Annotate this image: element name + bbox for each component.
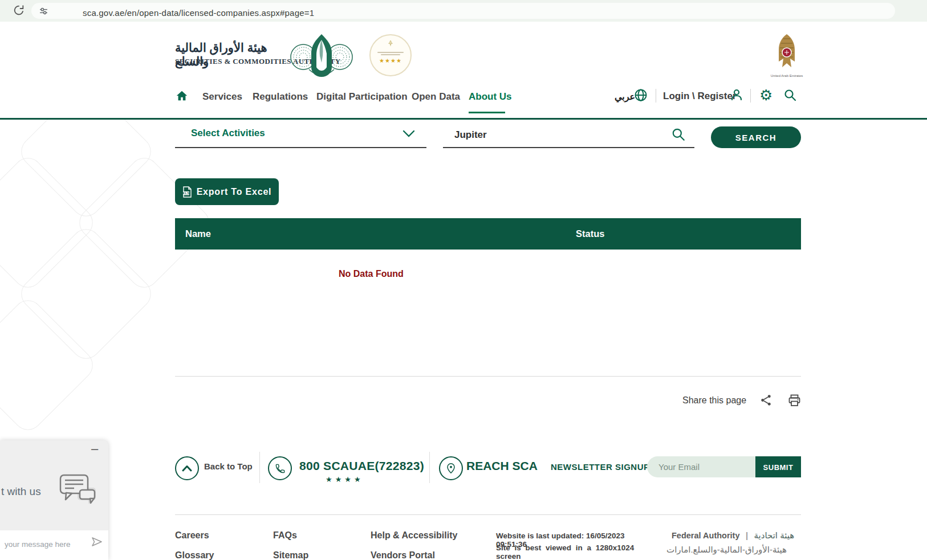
award-stars: ★★★★ <box>371 58 410 64</box>
content-divider <box>175 376 801 377</box>
no-data-message: No Data Found <box>339 269 404 279</box>
newsletter-signup-label: NEWSLETTER SIGNUP <box>551 462 650 472</box>
search-icon[interactable] <box>783 88 797 102</box>
divider <box>429 452 430 483</box>
divider <box>750 89 751 103</box>
chat-message-input[interactable] <box>3 536 90 552</box>
nav-item-regulations[interactable]: Regulations <box>253 91 308 103</box>
column-header-status: Status <box>576 228 604 239</box>
send-icon[interactable] <box>91 537 103 547</box>
award-text-line <box>381 54 400 55</box>
chevron-down-icon[interactable] <box>402 129 416 138</box>
phone-icon <box>275 463 286 474</box>
phone-number[interactable]: 800 SCAUAE(722823) <box>299 459 424 473</box>
footer-divider <box>175 514 801 515</box>
search-button[interactable]: SEARCH <box>711 126 801 148</box>
footer-link-sitemap[interactable]: Sitemap <box>273 550 308 560</box>
nav-item-about-us[interactable]: About Us <box>469 91 512 103</box>
company-search-input[interactable] <box>453 126 661 144</box>
magnifier-icon[interactable] <box>671 127 686 142</box>
language-toggle[interactable]: عربي <box>615 91 635 102</box>
footer-link-faqs[interactable]: FAQs <box>273 530 297 541</box>
phone-stars: ★★★★ <box>326 475 364 484</box>
svg-text:XLS: XLS <box>182 191 190 195</box>
chat-title: t with us <box>1 485 41 498</box>
uae-emblem-caption: United Arab Emirates <box>769 74 805 77</box>
print-icon[interactable] <box>787 394 802 407</box>
federal-authority-en: Federal Authority <box>672 531 740 540</box>
chevron-up-icon <box>182 465 192 472</box>
back-to-top-label[interactable]: Back to Top <box>204 461 253 471</box>
award-badge: ★★★★ <box>369 34 412 76</box>
browser-address-bar: sca.gov.ae/en/open-data/licensed-compani… <box>0 0 927 22</box>
login-register-link[interactable]: Login \ Register <box>663 91 736 102</box>
results-table-header: Name Status <box>175 218 801 250</box>
newsletter-submit-button[interactable]: SUBMIT <box>755 456 801 477</box>
home-icon[interactable] <box>176 89 188 102</box>
location-icon-circle <box>439 456 463 480</box>
export-to-excel-button[interactable]: XLS Export To Excel <box>175 178 279 205</box>
reload-icon[interactable] <box>13 4 25 17</box>
nav-item-services[interactable]: Services <box>202 91 242 103</box>
dropdown-underline <box>175 147 426 148</box>
sca-falcon-emblem <box>288 33 355 81</box>
award-leaf-icon <box>387 40 395 48</box>
active-nav-underline <box>469 112 505 113</box>
map-pin-icon <box>446 463 456 474</box>
divider <box>656 89 656 103</box>
reach-sca-link[interactable]: REACH SCA <box>466 459 538 473</box>
search-input-underline <box>443 147 694 148</box>
globe-icon[interactable] <box>634 88 648 102</box>
omnibox[interactable]: sca.gov.ae/en/open-data/licensed-compani… <box>31 3 895 19</box>
site-header: هيئة الأوراق المالية والسلع SECURITIES &… <box>0 22 927 120</box>
page: sca.gov.ae/en/open-data/licensed-compani… <box>0 0 927 560</box>
chat-bubbles-icon <box>58 473 99 507</box>
footer-link-careers[interactable]: Careers <box>175 530 209 541</box>
federal-authority-ar: هيئة اتحادية <box>754 530 794 540</box>
back-to-top-button[interactable] <box>175 456 199 480</box>
federal-authority-separator: | <box>746 531 748 540</box>
share-icon[interactable] <box>759 394 773 407</box>
nav-item-digital-participation[interactable]: Digital Participation <box>316 91 408 103</box>
federal-authority-line: Federal Authority | هيئة اتحادية <box>672 530 792 541</box>
chat-minimize-button[interactable]: – <box>91 443 98 455</box>
footer-link-glossary[interactable]: Glossary <box>175 550 214 560</box>
column-header-name: Name <box>185 228 211 239</box>
xls-file-icon: XLS <box>182 186 192 198</box>
footer-link-vendors-portal[interactable]: Vendors Portal <box>371 550 435 560</box>
footer-link-help-accessibility[interactable]: Help & Accessibility <box>371 530 457 541</box>
best-viewed-text: Site is best viewed in a 1280x1024 scree… <box>496 543 643 560</box>
export-label: Export To Excel <box>197 187 272 197</box>
uae-emblem <box>772 33 802 73</box>
site-settings-icon[interactable] <box>39 6 48 16</box>
arabic-domain-text: هيئة-الأوراق-المالية-والسلع.امارات <box>624 545 787 555</box>
newsletter-email-input[interactable] <box>647 456 755 477</box>
award-text-line <box>377 52 404 53</box>
phone-icon-circle <box>268 456 292 480</box>
settings-gear-icon[interactable]: ⚙ <box>759 88 773 103</box>
url-text: sca.gov.ae/en/open-data/licensed-compani… <box>83 8 314 18</box>
share-this-page-label: Share this page <box>682 395 746 406</box>
divider <box>259 452 260 483</box>
user-icon[interactable] <box>730 88 743 101</box>
nav-item-open-data[interactable]: Open Data <box>412 91 460 103</box>
select-activities-dropdown[interactable]: Select Activities <box>191 128 265 139</box>
